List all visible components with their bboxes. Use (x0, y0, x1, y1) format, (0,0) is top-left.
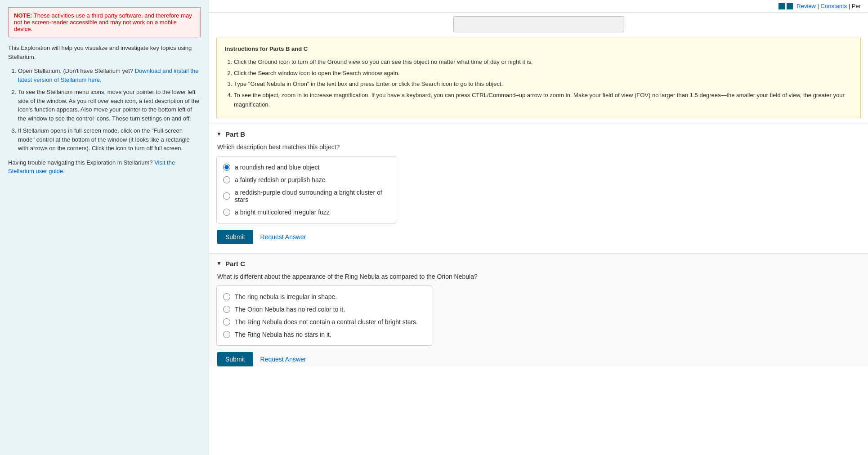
part-c-option-1-label: The ring nebula is irregular in shape. (235, 293, 337, 300)
note-box: NOTE: These activities use a third party… (8, 7, 201, 37)
part-b-arrow: ▼ (216, 131, 222, 137)
instruction-4: To see the object, zoom in to increase m… (234, 91, 852, 110)
instruction-2: Click the Search window icon to open the… (234, 69, 852, 78)
part-c-title: Part C (225, 260, 245, 268)
step-3: If Stellarium opens in full-screen mode,… (18, 126, 201, 153)
part-c-question: What is different about the appearance o… (216, 273, 861, 280)
intro-text: This Exploration will help you visualize… (8, 44, 201, 61)
part-b-option-4-label: a bright multicolored irregular fuzz (235, 209, 330, 216)
instructions-box: Instructions for Parts B and C Click the… (216, 38, 861, 118)
part-b-option-3-label: a reddish-purple cloud surrounding a bri… (235, 189, 389, 203)
part-b-radio-1[interactable] (223, 164, 230, 171)
part-b-radio-4[interactable] (223, 209, 230, 216)
trouble-text: Having trouble navigating this Explorati… (8, 158, 201, 176)
part-b-option-3[interactable]: a reddish-purple cloud surrounding a bri… (223, 186, 389, 206)
part-c-action-row: Submit Request Answer (216, 352, 861, 366)
stellarium-area (209, 13, 868, 32)
part-c-option-1[interactable]: The ring nebula is irregular in shape. (223, 290, 425, 303)
top-bar-links: Review | Constants | Per (796, 3, 861, 9)
top-bar-icons (779, 3, 793, 9)
separator-2: | (849, 3, 852, 9)
part-b-section: ▼ Part B Which description best matches … (209, 124, 868, 244)
right-panel: Review | Constants | Per Instructions fo… (209, 0, 868, 455)
step-1-text: Open Stellarium. (Don't have Stellarium … (18, 67, 135, 74)
part-c-submit-button[interactable]: Submit (217, 352, 253, 366)
constants-link[interactable]: Constants (821, 3, 847, 9)
part-b-option-2[interactable]: a faintly reddish or purplish haze (223, 174, 389, 186)
part-b-radio-3[interactable] (223, 192, 230, 200)
part-c-option-3[interactable]: The Ring Nebula does not contain a centr… (223, 316, 425, 328)
part-c-radio-1[interactable] (223, 293, 230, 300)
instructions-list: Click the Ground icon to turn off the Gr… (225, 58, 852, 110)
part-c-radio-4[interactable] (223, 331, 230, 338)
part-c-option-3-label: The Ring Nebula does not contain a centr… (235, 318, 418, 326)
part-b-radio-2[interactable] (223, 176, 230, 183)
part-c-arrow: ▼ (216, 260, 222, 267)
trouble-prefix: Having trouble navigating this Explorati… (8, 159, 154, 166)
separator-1: | (818, 3, 821, 9)
part-b-radio-box: a roundish red and blue object a faintly… (216, 156, 396, 223)
icon-square-2 (787, 3, 793, 9)
left-panel: NOTE: These activities use a third party… (0, 0, 209, 455)
part-b-title: Part B (225, 130, 245, 138)
step-2: To see the Stellarium menu icons, move y… (18, 88, 201, 123)
part-c-option-2[interactable]: The Orion Nebula has no red color to it. (223, 303, 425, 316)
part-b-option-1-label: a roundish red and blue object (235, 164, 319, 171)
part-c-option-4-label: The Ring Nebula has no stars in it. (235, 331, 331, 338)
part-b-option-2-label: a faintly reddish or purplish haze (235, 176, 326, 183)
part-c-header[interactable]: ▼ Part C (216, 260, 861, 268)
part-b-option-4[interactable]: a bright multicolored irregular fuzz (223, 206, 389, 219)
part-c-request-answer-link[interactable]: Request Answer (260, 356, 306, 363)
note-title: NOTE: (14, 12, 32, 19)
note-body: These activities use a third party softw… (14, 12, 192, 32)
part-c-section: ▼ Part C What is different about the app… (209, 254, 868, 366)
instruction-3: Type "Great Nebula in Orion" in the text… (234, 80, 852, 89)
part-c-option-4[interactable]: The Ring Nebula has no stars in it. (223, 328, 425, 341)
stellarium-placeholder (453, 16, 624, 32)
part-b-question: Which description best matches this obje… (216, 143, 861, 151)
part-c-option-2-label: The Orion Nebula has no red color to it. (235, 306, 345, 313)
per-text: Per (852, 3, 861, 9)
part-b-action-row: Submit Request Answer (216, 230, 861, 244)
part-b-header[interactable]: ▼ Part B (216, 130, 861, 138)
part-b-option-1[interactable]: a roundish red and blue object (223, 161, 389, 174)
part-c-radio-2[interactable] (223, 306, 230, 313)
instruction-1: Click the Ground icon to turn off the Gr… (234, 58, 852, 67)
steps-list: Open Stellarium. (Don't have Stellarium … (8, 67, 201, 153)
part-c-radio-3[interactable] (223, 318, 230, 326)
part-b-submit-button[interactable]: Submit (217, 230, 253, 244)
top-bar: Review | Constants | Per (209, 0, 868, 13)
part-b-request-answer-link[interactable]: Request Answer (260, 233, 306, 241)
instructions-title: Instructions for Parts B and C (225, 45, 852, 54)
step-1: Open Stellarium. (Don't have Stellarium … (18, 67, 201, 84)
icon-square-1 (779, 3, 785, 9)
part-c-radio-box: The ring nebula is irregular in shape. T… (216, 285, 432, 346)
review-link[interactable]: Review (796, 3, 816, 9)
